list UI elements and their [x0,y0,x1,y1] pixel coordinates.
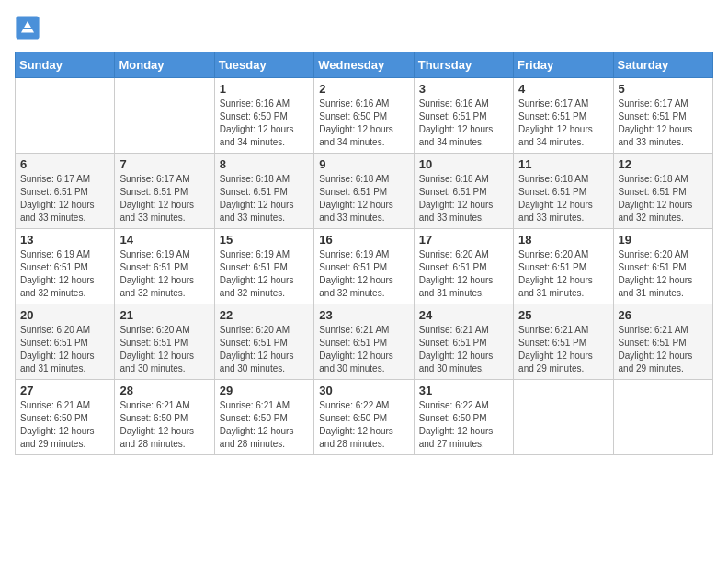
day-number: 21 [119,308,209,322]
page-header [15,15,713,40]
day-info: Sunrise: 6:21 AM Sunset: 6:51 PM Dayligh… [319,324,408,375]
calendar-cell: 17Sunrise: 6:20 AM Sunset: 6:51 PM Dayli… [414,229,513,304]
day-info: Sunrise: 6:18 AM Sunset: 6:51 PM Dayligh… [619,173,708,224]
day-number: 30 [319,384,408,397]
day-info: Sunrise: 6:21 AM Sunset: 6:51 PM Dayligh… [619,324,708,375]
day-number: 4 [518,82,608,96]
calendar-cell: 22Sunrise: 6:20 AM Sunset: 6:51 PM Dayli… [214,304,313,380]
calendar-cell: 8Sunrise: 6:18 AM Sunset: 6:51 PM Daylig… [214,154,313,229]
day-number: 14 [119,233,209,247]
day-number: 11 [518,157,608,171]
calendar-cell: 14Sunrise: 6:19 AM Sunset: 6:51 PM Dayli… [115,229,214,304]
calendar-cell: 20Sunrise: 6:20 AM Sunset: 6:51 PM Dayli… [16,304,115,380]
calendar-cell: 2Sunrise: 6:16 AM Sunset: 6:50 PM Daylig… [314,78,414,154]
calendar-week-2: 6Sunrise: 6:17 AM Sunset: 6:51 PM Daylig… [16,154,713,229]
day-info: Sunrise: 6:20 AM Sunset: 6:51 PM Dayligh… [220,324,309,375]
day-number: 19 [619,233,708,247]
day-number: 8 [220,157,309,171]
day-number: 13 [20,233,109,247]
calendar-cell: 27Sunrise: 6:21 AM Sunset: 6:50 PM Dayli… [16,380,115,455]
day-info: Sunrise: 6:16 AM Sunset: 6:50 PM Dayligh… [220,98,309,149]
calendar-cell: 30Sunrise: 6:22 AM Sunset: 6:50 PM Dayli… [314,380,414,455]
day-info: Sunrise: 6:20 AM Sunset: 6:51 PM Dayligh… [518,248,608,300]
calendar-cell [613,380,712,455]
calendar-week-5: 27Sunrise: 6:21 AM Sunset: 6:50 PM Dayli… [16,380,713,455]
day-number: 6 [20,157,109,171]
header-saturday: Saturday [613,52,712,78]
day-number: 15 [220,233,309,247]
day-info: Sunrise: 6:17 AM Sunset: 6:51 PM Dayligh… [619,98,708,149]
calendar-cell: 7Sunrise: 6:17 AM Sunset: 6:51 PM Daylig… [115,154,214,229]
day-number: 31 [419,384,508,397]
day-info: Sunrise: 6:17 AM Sunset: 6:51 PM Dayligh… [20,173,109,224]
day-number: 25 [518,308,608,322]
calendar-cell: 18Sunrise: 6:20 AM Sunset: 6:51 PM Dayli… [514,229,613,304]
calendar-cell: 24Sunrise: 6:21 AM Sunset: 6:51 PM Dayli… [414,304,513,380]
calendar-cell: 6Sunrise: 6:17 AM Sunset: 6:51 PM Daylig… [16,154,115,229]
day-info: Sunrise: 6:20 AM Sunset: 6:51 PM Dayligh… [119,324,209,375]
day-info: Sunrise: 6:16 AM Sunset: 6:51 PM Dayligh… [419,98,508,149]
calendar-cell [514,380,613,455]
svg-rect-2 [23,28,32,29]
day-info: Sunrise: 6:22 AM Sunset: 6:50 PM Dayligh… [419,399,508,451]
day-number: 23 [319,308,408,322]
day-number: 17 [419,233,508,247]
calendar-cell: 10Sunrise: 6:18 AM Sunset: 6:51 PM Dayli… [414,154,513,229]
day-info: Sunrise: 6:21 AM Sunset: 6:51 PM Dayligh… [419,324,508,375]
calendar-week-3: 13Sunrise: 6:19 AM Sunset: 6:51 PM Dayli… [16,229,713,304]
day-number: 29 [220,384,309,397]
header-friday: Friday [514,52,613,78]
day-info: Sunrise: 6:20 AM Sunset: 6:51 PM Dayligh… [619,248,708,300]
calendar-week-4: 20Sunrise: 6:20 AM Sunset: 6:51 PM Dayli… [16,304,713,380]
day-info: Sunrise: 6:18 AM Sunset: 6:51 PM Dayligh… [518,173,608,224]
calendar-cell: 31Sunrise: 6:22 AM Sunset: 6:50 PM Dayli… [414,380,513,455]
calendar-cell: 25Sunrise: 6:21 AM Sunset: 6:51 PM Dayli… [514,304,613,380]
header-tuesday: Tuesday [214,52,313,78]
day-number: 12 [619,157,708,171]
day-number: 27 [20,384,109,397]
day-number: 24 [419,308,508,322]
day-info: Sunrise: 6:19 AM Sunset: 6:51 PM Dayligh… [119,248,209,300]
logo [15,15,44,40]
header-sunday: Sunday [16,52,115,78]
calendar-cell: 9Sunrise: 6:18 AM Sunset: 6:51 PM Daylig… [314,154,414,229]
calendar-cell: 28Sunrise: 6:21 AM Sunset: 6:50 PM Dayli… [115,380,214,455]
day-number: 22 [220,308,309,322]
calendar-cell: 16Sunrise: 6:19 AM Sunset: 6:51 PM Dayli… [314,229,414,304]
header-monday: Monday [115,52,214,78]
calendar-cell: 29Sunrise: 6:21 AM Sunset: 6:50 PM Dayli… [214,380,313,455]
calendar-header-row: SundayMondayTuesdayWednesdayThursdayFrid… [16,52,713,78]
calendar-week-1: 1Sunrise: 6:16 AM Sunset: 6:50 PM Daylig… [16,78,713,154]
day-number: 20 [20,308,109,322]
day-number: 28 [119,384,209,397]
day-info: Sunrise: 6:20 AM Sunset: 6:51 PM Dayligh… [20,324,109,375]
day-info: Sunrise: 6:19 AM Sunset: 6:51 PM Dayligh… [319,248,408,300]
day-info: Sunrise: 6:19 AM Sunset: 6:51 PM Dayligh… [20,248,109,300]
calendar-cell: 4Sunrise: 6:17 AM Sunset: 6:51 PM Daylig… [514,78,613,154]
day-info: Sunrise: 6:21 AM Sunset: 6:50 PM Dayligh… [119,399,209,451]
day-info: Sunrise: 6:16 AM Sunset: 6:50 PM Dayligh… [319,98,408,149]
calendar-cell: 23Sunrise: 6:21 AM Sunset: 6:51 PM Dayli… [314,304,414,380]
day-info: Sunrise: 6:19 AM Sunset: 6:51 PM Dayligh… [220,248,309,300]
day-number: 10 [419,157,508,171]
calendar-cell: 11Sunrise: 6:18 AM Sunset: 6:51 PM Dayli… [514,154,613,229]
day-number: 18 [518,233,608,247]
calendar-cell: 15Sunrise: 6:19 AM Sunset: 6:51 PM Dayli… [214,229,313,304]
day-info: Sunrise: 6:21 AM Sunset: 6:50 PM Dayligh… [20,399,109,451]
day-info: Sunrise: 6:18 AM Sunset: 6:51 PM Dayligh… [419,173,508,224]
day-info: Sunrise: 6:17 AM Sunset: 6:51 PM Dayligh… [119,173,209,224]
day-info: Sunrise: 6:18 AM Sunset: 6:51 PM Dayligh… [319,173,408,224]
day-info: Sunrise: 6:22 AM Sunset: 6:50 PM Dayligh… [319,399,408,451]
day-number: 26 [619,308,708,322]
day-info: Sunrise: 6:21 AM Sunset: 6:50 PM Dayligh… [220,399,309,451]
day-number: 7 [119,157,209,171]
logo-icon [15,15,40,40]
calendar-cell: 12Sunrise: 6:18 AM Sunset: 6:51 PM Dayli… [613,154,712,229]
calendar-cell [16,78,115,154]
day-info: Sunrise: 6:17 AM Sunset: 6:51 PM Dayligh… [518,98,608,149]
day-info: Sunrise: 6:21 AM Sunset: 6:51 PM Dayligh… [518,324,608,375]
day-info: Sunrise: 6:20 AM Sunset: 6:51 PM Dayligh… [419,248,508,300]
calendar-cell: 21Sunrise: 6:20 AM Sunset: 6:51 PM Dayli… [115,304,214,380]
day-number: 1 [220,82,309,96]
calendar-cell: 13Sunrise: 6:19 AM Sunset: 6:51 PM Dayli… [16,229,115,304]
